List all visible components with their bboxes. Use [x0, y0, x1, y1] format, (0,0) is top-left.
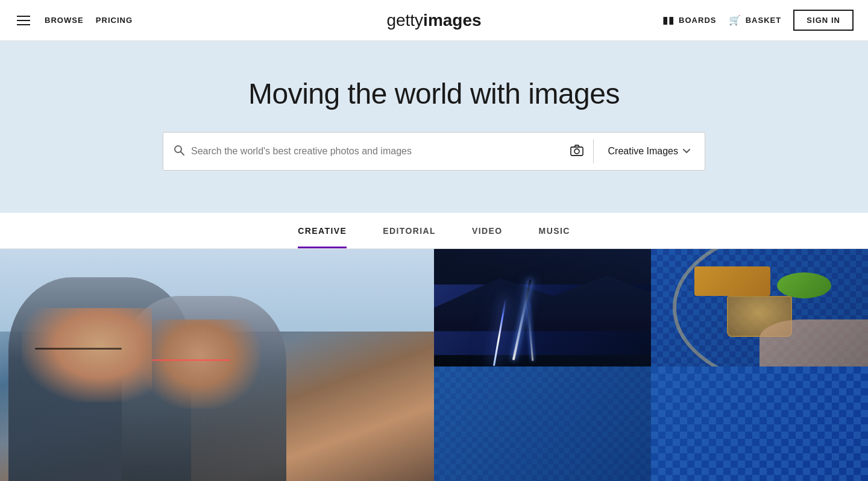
image-grid: [0, 249, 868, 481]
image-mountain-road[interactable]: [434, 249, 651, 366]
search-icon: [173, 144, 185, 159]
sign-in-button[interactable]: SIGN IN: [793, 10, 854, 31]
image-col-1[interactable]: [0, 249, 434, 481]
image-food-table[interactable]: [651, 249, 868, 366]
chevron-down-icon: [683, 147, 690, 156]
hero-title: Moving the world with images: [12, 77, 856, 110]
browse-link[interactable]: BROWSE: [45, 16, 84, 25]
search-type-button[interactable]: Creative Images: [594, 133, 705, 170]
header: BROWSE PRICING gettyimages ▮▮ BOARDS 🛒 B…: [0, 0, 868, 41]
image-col-3: [651, 249, 868, 481]
image-col-2: [434, 249, 651, 481]
basket-label: BASKET: [746, 16, 782, 25]
logo-images: images: [423, 11, 482, 30]
basket-button[interactable]: 🛒 BASKET: [729, 14, 782, 26]
header-right: ▮▮ BOARDS 🛒 BASKET SIGN IN: [662, 10, 854, 31]
tab-video[interactable]: VIDEO: [472, 226, 503, 248]
tab-music[interactable]: MUSIC: [539, 226, 570, 248]
hero-section: Moving the world with images Creative Im…: [0, 41, 868, 213]
image-blue-mosaic[interactable]: [434, 366, 651, 481]
search-input-wrap: [163, 144, 561, 159]
svg-point-3: [574, 149, 579, 154]
search-type-label: Creative Images: [608, 146, 679, 157]
boards-button[interactable]: ▮▮ BOARDS: [662, 14, 717, 26]
boards-label: BOARDS: [679, 16, 717, 25]
boards-icon: ▮▮: [662, 14, 675, 26]
logo[interactable]: gettyimages: [386, 11, 481, 30]
search-input[interactable]: [191, 146, 551, 157]
logo-getty: getty: [386, 11, 423, 30]
hamburger-menu[interactable]: [14, 13, 33, 28]
tab-editorial[interactable]: EDITORIAL: [383, 226, 436, 248]
search-bar: Creative Images: [163, 132, 705, 171]
image-blue-closeup[interactable]: [651, 366, 868, 481]
pricing-link[interactable]: PRICING: [96, 16, 133, 25]
camera-search-button[interactable]: [561, 144, 593, 159]
tab-creative[interactable]: CREATIVE: [298, 226, 347, 248]
svg-line-1: [181, 151, 184, 155]
basket-icon: 🛒: [729, 14, 741, 26]
content-tabs: CREATIVE EDITORIAL VIDEO MUSIC: [0, 213, 868, 249]
header-left: BROWSE PRICING: [14, 13, 133, 28]
